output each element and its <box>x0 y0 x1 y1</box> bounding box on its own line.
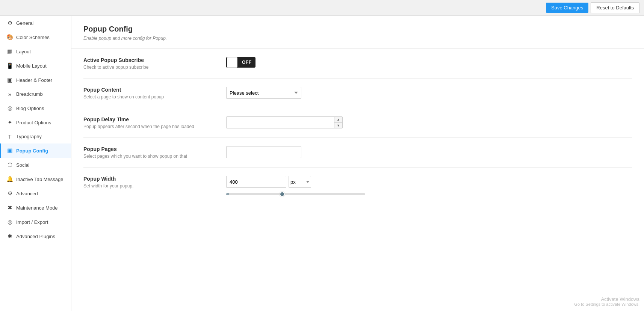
color-schemes-icon: 🎨 <box>6 34 13 41</box>
field-label-popup-content: Popup Content <box>83 87 226 93</box>
field-label-active-popup: Active Popup Subscribe <box>83 57 226 63</box>
social-icon: ⬡ <box>6 162 13 168</box>
field-desc-popup-pages: Select pages which you want to show popu… <box>83 154 226 159</box>
sidebar-label-general: General <box>16 20 33 26</box>
sidebar-label-breadcrumb: Breadcrumb <box>16 91 43 97</box>
label-group-popup-width: Popup WidthSet width for your popup. <box>83 176 226 189</box>
sidebar-item-blog-options[interactable]: ◎Blog Options <box>0 101 71 115</box>
field-control-active-popup: OFF <box>226 57 632 68</box>
field-desc-popup-delay: Popup appears after second when the page… <box>83 124 226 129</box>
spinner-down-popup-delay[interactable]: ▼ <box>334 123 342 128</box>
sidebar-item-inactive-tab[interactable]: 🔔Inactive Tab Message <box>0 172 71 186</box>
sidebar-label-header-footer: Header & Footer <box>16 77 52 83</box>
form-row-popup-content: Popup ContentSelect a page to show on co… <box>83 79 632 108</box>
general-icon: ⚙ <box>6 20 13 26</box>
advanced-icon: ⚙ <box>6 190 13 197</box>
unit-select-popup-width[interactable]: px%em <box>289 176 311 188</box>
sidebar-item-social[interactable]: ⬡Social <box>0 158 71 172</box>
width-number-input-popup-width[interactable] <box>226 176 286 188</box>
sidebar-item-popup-config[interactable]: ▣Popup Config <box>0 143 71 158</box>
product-options-icon: ✦ <box>6 119 13 126</box>
sidebar-label-typography: Typography <box>16 134 42 139</box>
sidebar-item-color-schemes[interactable]: 🎨Color Schemes <box>0 30 71 44</box>
field-control-popup-delay: ▲▼ <box>226 116 632 128</box>
field-desc-popup-width: Set width for your popup. <box>83 183 226 189</box>
sidebar-item-advanced-plugins[interactable]: ✱Advanced Plugins <box>0 229 71 243</box>
sidebar-item-general[interactable]: ⚙General <box>0 16 71 30</box>
field-label-popup-width: Popup Width <box>83 176 226 182</box>
toggle-label-active-popup: OFF <box>238 60 255 65</box>
advanced-plugins-icon: ✱ <box>6 233 13 240</box>
sidebar: ⚙General🎨Color Schemes▦Layout📱Mobile Lay… <box>0 16 71 311</box>
sidebar-label-advanced: Advanced <box>16 191 38 196</box>
layout-icon: ▦ <box>6 48 13 55</box>
sidebar-item-layout[interactable]: ▦Layout <box>0 44 71 59</box>
width-group-popup-width: px%em <box>226 176 365 196</box>
sidebar-label-social: Social <box>16 162 29 168</box>
page-subtitle: Enable popup and more config for Popup. <box>83 36 632 41</box>
form-row-popup-pages: Popup PagesSelect pages which you want t… <box>83 138 632 168</box>
sidebar-label-color-schemes: Color Schemes <box>16 35 50 40</box>
save-button[interactable]: Save Changes <box>546 3 588 13</box>
form-rows: Active Popup SubscribeCheck to active po… <box>83 49 632 205</box>
reset-button[interactable]: Reset to Defaults <box>591 2 639 13</box>
toggle-switch-active-popup[interactable]: OFF <box>226 57 255 68</box>
label-group-popup-delay: Popup Delay TimePopup appears after seco… <box>83 116 226 129</box>
label-group-popup-content: Popup ContentSelect a page to show on co… <box>83 87 226 100</box>
header-footer-icon: ▣ <box>6 77 13 83</box>
sidebar-item-maintenance-mode[interactable]: ✖Maintenance Mode <box>0 201 71 215</box>
form-row-active-popup: Active Popup SubscribeCheck to active po… <box>83 49 632 79</box>
main-layout: ⚙General🎨Color Schemes▦Layout📱Mobile Lay… <box>0 16 644 311</box>
field-desc-popup-content: Select a page to show on content popup <box>83 94 226 100</box>
field-control-popup-pages <box>226 146 632 158</box>
sidebar-label-mobile-layout: Mobile Layout <box>16 63 47 69</box>
toggle-knob-active-popup <box>227 57 237 68</box>
width-inputs-popup-width: px%em <box>226 176 365 188</box>
spinners-popup-delay: ▲▼ <box>334 117 342 128</box>
breadcrumb-icon: » <box>6 91 13 97</box>
typography-icon: T <box>6 133 13 140</box>
sidebar-item-header-footer[interactable]: ▣Header & Footer <box>0 73 71 87</box>
sidebar-label-layout: Layout <box>16 49 31 54</box>
text-input-popup-pages[interactable] <box>226 146 301 158</box>
page-title: Popup Config <box>83 25 632 33</box>
sidebar-label-product-options: Product Options <box>16 120 51 125</box>
label-group-active-popup: Active Popup SubscribeCheck to active po… <box>83 57 226 70</box>
spinner-up-popup-delay[interactable]: ▲ <box>334 117 342 123</box>
form-row-popup-delay: Popup Delay TimePopup appears after seco… <box>83 108 632 138</box>
blog-options-icon: ◎ <box>6 105 13 112</box>
sidebar-item-typography[interactable]: TTypography <box>0 130 71 143</box>
import-export-icon: ◎ <box>6 219 13 225</box>
sidebar-item-breadcrumb[interactable]: »Breadcrumb <box>0 87 71 101</box>
slider-popup-width[interactable] <box>226 193 365 195</box>
select-popup-content[interactable]: Please select <box>226 87 301 99</box>
sidebar-label-blog-options: Blog Options <box>16 106 44 111</box>
sidebar-label-advanced-plugins: Advanced Plugins <box>16 234 55 239</box>
number-wrap-popup-delay: ▲▼ <box>226 116 343 128</box>
sidebar-item-mobile-layout[interactable]: 📱Mobile Layout <box>0 59 71 73</box>
sidebar-label-inactive-tab: Inactive Tab Message <box>16 177 63 182</box>
field-control-popup-content: Please select <box>226 87 632 99</box>
field-label-popup-delay: Popup Delay Time <box>83 116 226 122</box>
field-label-popup-pages: Popup Pages <box>83 146 226 152</box>
label-group-popup-pages: Popup PagesSelect pages which you want t… <box>83 146 226 159</box>
popup-config-icon: ▣ <box>6 147 13 154</box>
field-control-popup-width: px%em <box>226 176 632 196</box>
content-area: Popup Config Enable popup and more confi… <box>71 16 644 311</box>
form-row-popup-width: Popup WidthSet width for your popup.px%e… <box>83 168 632 205</box>
field-desc-active-popup: Check to active popup subscribe <box>83 65 226 70</box>
sidebar-item-product-options[interactable]: ✦Product Options <box>0 115 71 130</box>
sidebar-label-popup-config: Popup Config <box>16 148 48 154</box>
sidebar-label-maintenance-mode: Maintenance Mode <box>16 205 58 211</box>
maintenance-mode-icon: ✖ <box>6 204 13 211</box>
top-bar: Save Changes Reset to Defaults <box>0 0 644 16</box>
toggle-wrap-active-popup[interactable]: OFF <box>226 57 255 68</box>
sidebar-item-import-export[interactable]: ◎Import / Export <box>0 215 71 229</box>
sidebar-item-advanced[interactable]: ⚙Advanced <box>0 186 71 201</box>
slider-wrap-popup-width <box>226 191 365 196</box>
inactive-tab-icon: 🔔 <box>6 176 13 183</box>
sidebar-label-import-export: Import / Export <box>16 219 48 225</box>
mobile-layout-icon: 📱 <box>6 62 13 69</box>
number-input-popup-delay[interactable] <box>227 117 334 128</box>
